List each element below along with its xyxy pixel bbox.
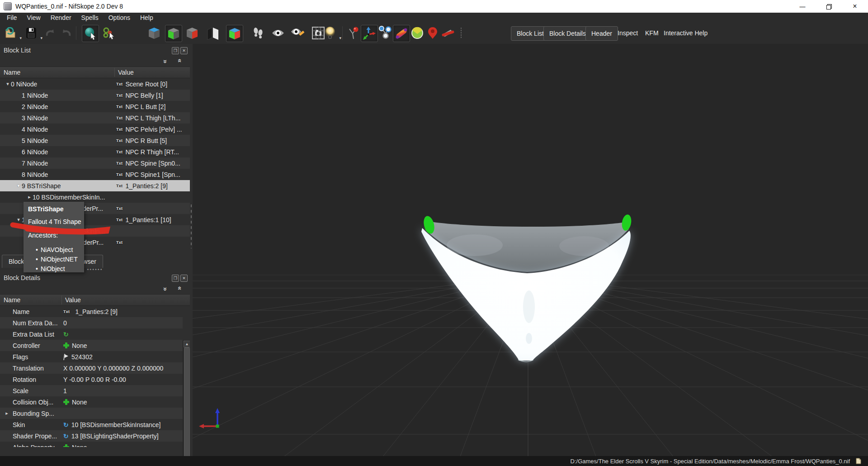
view-side-icon[interactable] [184, 25, 200, 41]
table-row[interactable]: Scale 1 [0, 385, 183, 396]
walk-mode-icon[interactable] [250, 25, 266, 41]
menu-view[interactable]: View [22, 13, 46, 23]
table-row[interactable]: Translation X 0.000000 Y 0.000000 Z 0.00… [0, 362, 183, 374]
table-row[interactable]: Extra Data List ↻ [0, 328, 183, 340]
menu-help[interactable]: Help [135, 13, 158, 23]
column-name[interactable]: Name [0, 296, 62, 304]
edit-visibility-icon[interactable] [289, 25, 306, 41]
close-panel-icon[interactable]: ✕ [180, 275, 188, 282]
hide-properties-icon[interactable] [440, 25, 456, 41]
view-front-icon[interactable] [165, 25, 182, 42]
expander-icon[interactable]: ▾ [15, 217, 22, 223]
table-row[interactable]: Shader Prope... ↻ 13 [BSLightingShaderPr… [0, 430, 183, 442]
table-row[interactable]: 8 NiNode Txt NPC Spine1 [Spn... [0, 169, 190, 180]
field-name: Flags [0, 353, 63, 361]
minimize-button[interactable]: — [789, 0, 816, 13]
table-row[interactable]: Skin ↻ 10 [BSDismemberSkinInstance] [0, 419, 183, 430]
collapse-all-icon[interactable]: » [162, 284, 170, 294]
open-dropdown-icon[interactable]: ▾ [19, 36, 22, 40]
table-row[interactable]: 4 NiNode Txt NPC Pelvis [Pelv] ... [0, 124, 190, 135]
table-row[interactable]: Alpha Property None [0, 442, 183, 447]
expand-all-icon[interactable]: » [175, 56, 183, 66]
block-name: 2 NiNode [22, 103, 48, 110]
flip-perspective-icon[interactable] [205, 25, 221, 41]
show-markers-icon[interactable] [425, 25, 441, 41]
float-panel-icon[interactable]: ❐ [172, 275, 179, 282]
menu-options[interactable]: Options [104, 13, 135, 23]
refresh-icon: ↻ [63, 331, 69, 338]
menu-render[interactable]: Render [46, 13, 76, 23]
window-title: WQPanties_0.nif - NifSkope 2.0 Dev 8 [15, 3, 123, 10]
undo-icon[interactable] [42, 25, 58, 41]
menu-spells[interactable]: Spells [76, 13, 104, 23]
details-vertical-scrollbar[interactable]: ▲ ▼ [183, 340, 190, 466]
table-row[interactable]: Flags 524302 [0, 351, 183, 362]
scroll-up-icon[interactable]: ▲ [184, 341, 190, 347]
table-row[interactable]: ▾ 0 NiNode Txt Scene Root [0] [0, 78, 190, 90]
column-value[interactable]: Value [62, 296, 81, 304]
restore-button[interactable] [816, 0, 842, 13]
toolbar-grip[interactable] [460, 27, 462, 39]
status-bar: D:/Games/The Elder Scrolls V Skyrim - Sp… [0, 456, 868, 466]
kfm-button[interactable]: KFM [645, 26, 659, 40]
table-row[interactable]: 6 NiNode Txt NPC R Thigh [RT... [0, 146, 190, 157]
ancestor-item: NiObject [34, 264, 84, 274]
select-object-icon[interactable] [82, 25, 99, 42]
toolbar-separator [319, 26, 319, 40]
float-panel-icon[interactable]: ❐ [172, 47, 179, 54]
close-panel-icon[interactable]: ✕ [180, 47, 188, 54]
lighting-icon[interactable]: ▾ [322, 25, 338, 41]
file-icon [855, 458, 862, 464]
table-row[interactable]: Name Txt 1_Panties:2 [9] [0, 306, 183, 317]
expander-icon[interactable]: ▾ [5, 81, 11, 87]
column-name[interactable]: Name [0, 69, 115, 76]
menu-file[interactable]: File [2, 13, 22, 23]
table-row[interactable]: Rotation Y -0.00 P 0.00 R -0.00 [0, 374, 183, 385]
table-row[interactable]: ▸ Bounding Sp... [0, 408, 183, 419]
close-button[interactable]: × [842, 0, 868, 13]
block-details-toggle-button[interactable]: Block Details [543, 26, 592, 41]
table-row[interactable]: 7 NiNode Txt NPC Spine [Spn0... [0, 157, 190, 169]
lighting-dropdown-icon[interactable]: ▾ [339, 36, 341, 40]
interactive-help-button[interactable]: Interactive Help [664, 26, 708, 40]
open-file-icon[interactable]: ▾ [2, 25, 19, 41]
nifskope-window: WQPanties_0.nif - NifSkope 2.0 Dev 8 — ×… [0, 0, 868, 466]
table-row[interactable]: 3 NiNode Txt NPC L Thigh [LTh... [0, 112, 190, 124]
lod-slider-icon[interactable] [409, 25, 425, 41]
inspect-button[interactable]: Inspect [618, 26, 638, 40]
table-row[interactable]: 5 NiNode Txt NPC R Butt [5] [0, 135, 190, 146]
scrollbar-thumb[interactable] [184, 347, 190, 466]
block-list-header[interactable]: Name Value [0, 67, 190, 78]
select-vertex-icon[interactable] [101, 25, 117, 41]
save-file-icon[interactable]: ▾ [23, 25, 39, 41]
collapse-all-icon[interactable]: » [162, 56, 170, 66]
block-value: 1_Panties:1 [10] [125, 216, 171, 223]
table-row[interactable]: ▾ 9 BSTriShape Txt 1_Panties:2 [9] [0, 180, 190, 191]
view-user-icon[interactable] [226, 25, 243, 42]
ancestor-item: NiObjectNET [34, 255, 84, 264]
block-details-header[interactable]: Name Value [0, 294, 190, 306]
column-value[interactable]: Value [115, 69, 134, 76]
expander-icon[interactable]: ▸ [4, 410, 10, 416]
header-toggle-button[interactable]: Header [585, 26, 618, 41]
table-row[interactable]: 1 NiNode Txt NPC Belly [1] [0, 90, 190, 101]
expander-icon[interactable]: ▸ [26, 194, 33, 200]
vertex-pins-icon[interactable] [345, 25, 361, 41]
redo-icon[interactable] [58, 25, 75, 41]
show-bones-icon[interactable] [393, 25, 410, 42]
expand-all-icon[interactable]: » [175, 284, 183, 294]
expander-icon[interactable]: ▾ [15, 183, 22, 189]
table-row[interactable]: 2 NiNode Txt NPC L Butt [2] [0, 101, 190, 112]
table-row[interactable]: ▸ 10 BSDismemberSkinIn... Txt [0, 191, 190, 203]
show-hidden-icon[interactable] [270, 25, 286, 41]
table-row[interactable]: Collision Obj... None [0, 396, 183, 408]
table-row[interactable]: Controller None [0, 340, 183, 351]
viewport-3d[interactable] [193, 44, 868, 456]
block-value: NPC Spine1 [Spn... [125, 171, 180, 178]
view-top-icon[interactable] [146, 25, 162, 41]
field-value: 0 [63, 319, 67, 327]
table-row[interactable]: Num Extra Da... 0 [0, 317, 183, 328]
show-axes-icon[interactable] [361, 25, 378, 42]
tooltip-subtitle: Fallout 4 Tri Shape [28, 218, 84, 225]
show-nodes-icon[interactable] [377, 25, 393, 41]
